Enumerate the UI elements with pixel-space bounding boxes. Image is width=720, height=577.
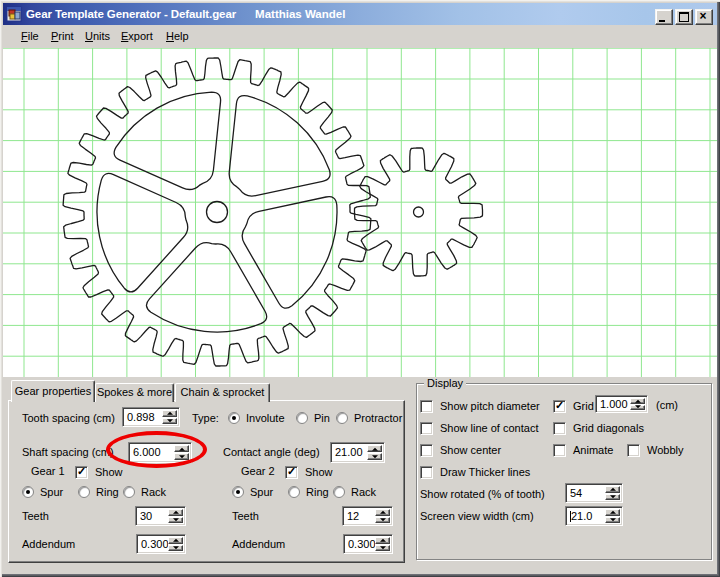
contact-angle-spinner[interactable]: 21.00 — [330, 442, 385, 463]
screen-view-width-spinner[interactable]: 21.0 — [565, 506, 623, 526]
gear2-ring-radio[interactable]: Ring — [288, 485, 329, 499]
radio-circle[interactable] — [228, 412, 240, 424]
spin-down-button[interactable] — [630, 405, 645, 411]
gear1-rack-radio[interactable]: Rack — [123, 485, 166, 499]
maximize-button[interactable] — [675, 9, 693, 25]
gear2-addendum-spinner[interactable]: 0.300 — [343, 534, 393, 554]
gear1-addendum-value[interactable]: 0.300 — [137, 535, 168, 553]
gear1-teeth-spinner[interactable]: 30 — [135, 506, 186, 526]
tab-chain-sprocket[interactable]: Chain & sprocket — [175, 383, 270, 402]
wobbly-checkbox[interactable]: Wobbly — [627, 443, 683, 457]
window-title: Gear Template Generator - Default.gear — [26, 8, 236, 20]
tooth-spacing-label: Tooth spacing (cm) — [22, 412, 115, 425]
spin-down-button[interactable] — [605, 517, 620, 524]
spin-down-button[interactable] — [162, 418, 177, 425]
radio-circle[interactable] — [288, 486, 300, 498]
radio-circle[interactable] — [78, 486, 90, 498]
checkbox-box[interactable] — [627, 444, 640, 457]
gear1-teeth-value[interactable]: 30 — [136, 507, 168, 525]
checkbox-box[interactable] — [420, 400, 433, 413]
tab-gear-properties[interactable]: Gear properties — [11, 380, 95, 402]
spin-up-button[interactable] — [630, 398, 645, 404]
type-pin-radio[interactable]: Pin — [296, 411, 330, 425]
tooth-spacing-spinner[interactable]: 0.898 — [122, 407, 180, 427]
tooth-spacing-value[interactable]: 0.898 — [123, 408, 162, 426]
radio-circle[interactable] — [123, 486, 135, 498]
minimize-button[interactable] — [655, 9, 673, 25]
shaft-spacing-spinner[interactable]: 6.000 — [128, 442, 192, 463]
radio-circle[interactable] — [336, 412, 348, 424]
gear-1-spoke-cutout — [242, 197, 337, 309]
spin-up-button[interactable] — [168, 537, 183, 544]
radio-circle[interactable] — [22, 486, 34, 498]
spin-down-button[interactable] — [168, 517, 183, 524]
spin-down-button[interactable] — [375, 517, 390, 524]
gear1-spur-radio[interactable]: Spur — [22, 485, 63, 499]
checkbox-box[interactable] — [75, 466, 88, 479]
radio-circle[interactable] — [296, 412, 308, 424]
grid-diagonals-checkbox[interactable]: Grid diagonals — [553, 421, 644, 435]
radio-circle[interactable] — [232, 486, 244, 498]
spin-down-button[interactable] — [174, 453, 189, 460]
gear1-show-checkbox[interactable]: Show — [72, 465, 126, 479]
spin-up-button[interactable] — [375, 537, 390, 544]
gear1-addendum-spinner[interactable]: 0.300 — [136, 534, 186, 554]
checkbox-box[interactable] — [285, 466, 298, 479]
shaft-spacing-value[interactable]: 6.000 — [129, 443, 174, 462]
spin-up-button[interactable] — [168, 509, 183, 516]
screen-view-width-value[interactable]: 21.0 — [566, 507, 605, 525]
spin-down-button[interactable] — [605, 494, 620, 501]
gear2-rack-radio[interactable]: Rack — [333, 485, 376, 499]
gear2-teeth-value[interactable]: 12 — [343, 507, 375, 525]
show-line-of-contact-checkbox[interactable]: Show line of contact — [420, 421, 538, 435]
title-bar[interactable]: Gear Template Generator - Default.gear M… — [3, 3, 717, 25]
type-involute-radio[interactable]: Involute — [228, 411, 285, 425]
menu-export[interactable]: Export — [121, 29, 153, 43]
menu-help[interactable]: Help — [166, 29, 189, 43]
radio-label: Rack — [141, 486, 166, 499]
gear2-spur-radio[interactable]: Spur — [232, 485, 273, 499]
grid-checkbox[interactable]: Grid — [553, 399, 594, 413]
gear2-addendum-value[interactable]: 0.300 — [344, 535, 375, 553]
spin-up-button[interactable] — [605, 509, 620, 516]
grid-size-spinner[interactable]: 1.000 — [595, 395, 648, 413]
menu-file[interactable]: File — [21, 29, 39, 43]
spin-up-button[interactable] — [367, 445, 382, 452]
gear1-ring-radio[interactable]: Ring — [78, 485, 119, 499]
draw-thicker-lines-checkbox[interactable]: Draw Thicker lines — [420, 465, 530, 479]
minimize-icon — [659, 20, 665, 22]
app-window: Gear Template Generator - Default.gear M… — [0, 0, 720, 577]
gear2-show-checkbox[interactable]: Show — [282, 465, 336, 479]
show-center-checkbox[interactable]: Show center — [420, 443, 501, 457]
checkbox-box[interactable] — [420, 466, 433, 479]
show-pitch-diameter-checkbox[interactable]: Show pitch diameter — [420, 399, 540, 413]
spin-up-button[interactable] — [174, 445, 189, 452]
type-label: Type: — [192, 412, 219, 425]
spin-up-button[interactable] — [162, 410, 177, 417]
spin-down-button[interactable] — [367, 453, 382, 460]
tab-spokes-more[interactable]: Spokes & more — [95, 383, 174, 402]
show-rotated-value[interactable]: 54 — [566, 484, 605, 502]
gear-canvas[interactable] — [3, 48, 717, 377]
type-protractor-radio[interactable]: Protractor — [336, 411, 402, 425]
spin-down-button[interactable] — [168, 545, 183, 552]
checkbox-box[interactable] — [553, 444, 566, 457]
close-button[interactable]: × — [695, 9, 713, 25]
checkbox-box[interactable] — [553, 400, 566, 413]
gear2-teeth-spinner[interactable]: 12 — [342, 506, 393, 526]
show-rotated-spinner[interactable]: 54 — [565, 483, 623, 503]
animate-checkbox[interactable]: Animate — [553, 443, 613, 457]
menu-bar: FilePrintUnitsExportHelp — [3, 25, 717, 48]
spin-up-button[interactable] — [375, 509, 390, 516]
menu-units[interactable]: Units — [85, 29, 110, 43]
radio-circle[interactable] — [333, 486, 345, 498]
contact-angle-value[interactable]: 21.00 — [331, 443, 367, 462]
menu-print[interactable]: Print — [51, 29, 74, 43]
checkbox-box[interactable] — [420, 444, 433, 457]
spin-down-button[interactable] — [375, 545, 390, 552]
checkbox-label: Grid — [573, 400, 594, 413]
spin-up-button[interactable] — [605, 486, 620, 493]
checkbox-box[interactable] — [553, 422, 566, 435]
grid-size-value[interactable]: 1.000 — [596, 396, 630, 412]
checkbox-box[interactable] — [420, 422, 433, 435]
